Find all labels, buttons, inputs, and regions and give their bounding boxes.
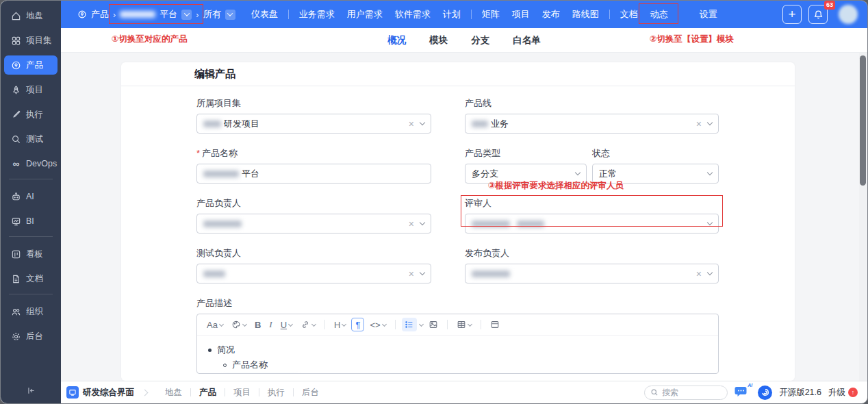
qa-select[interactable]: × bbox=[196, 264, 431, 283]
sidebar-item-devops[interactable]: ∞ DevOps bbox=[4, 154, 58, 173]
table-button[interactable] bbox=[454, 318, 474, 331]
sidebar-item-kanban[interactable]: 看板 bbox=[4, 244, 58, 264]
sidebar-item-product[interactable]: 产品 bbox=[4, 55, 58, 75]
layout-button[interactable] bbox=[487, 318, 502, 331]
paragraph-button[interactable]: ¶ bbox=[351, 318, 364, 331]
menu-divider bbox=[471, 10, 472, 19]
menu-software-req[interactable]: 软件需求 bbox=[389, 8, 437, 21]
product-switch-dropdown[interactable] bbox=[181, 10, 192, 20]
sidebar-item-label: 组织 bbox=[26, 306, 43, 318]
footer-item-product[interactable]: 产品 bbox=[191, 387, 225, 399]
menu-matrix[interactable]: 矩阵 bbox=[476, 8, 506, 21]
menu-plan[interactable]: 计划 bbox=[437, 8, 467, 21]
footer-item-project[interactable]: 项目 bbox=[225, 387, 259, 399]
chevron-down-icon bbox=[575, 170, 580, 175]
type-select[interactable]: 多分支 bbox=[465, 164, 587, 184]
clear-icon[interactable]: × bbox=[696, 269, 702, 279]
menu-release[interactable]: 发布 bbox=[536, 8, 566, 21]
menu-business-req[interactable]: 业务需求 bbox=[293, 8, 341, 21]
field-label: 状态 bbox=[592, 147, 719, 158]
tab-module[interactable]: 模块 bbox=[429, 34, 448, 47]
chevron-down-icon[interactable] bbox=[419, 321, 424, 326]
list-button[interactable] bbox=[402, 318, 417, 331]
name-input[interactable]: 平台 bbox=[196, 164, 431, 184]
tab-overview[interactable]: 概况 bbox=[387, 34, 406, 47]
field-label: 评审人 bbox=[465, 197, 719, 208]
user-avatar[interactable] bbox=[839, 5, 858, 24]
clear-icon[interactable]: × bbox=[409, 269, 414, 279]
ai-assistant-button[interactable]: AI bbox=[735, 386, 751, 399]
link-button[interactable] bbox=[298, 318, 318, 331]
owner-select[interactable]: × bbox=[196, 214, 431, 233]
chevron-down-icon bbox=[707, 270, 713, 275]
name-value: 平台 bbox=[242, 168, 259, 180]
breadcrumb-scope[interactable]: 所有 bbox=[203, 8, 221, 21]
line-select[interactable]: 业务 × bbox=[465, 114, 719, 134]
status-select[interactable]: 正常 bbox=[592, 164, 719, 184]
clear-icon[interactable]: × bbox=[409, 119, 414, 129]
search-input[interactable] bbox=[662, 388, 710, 397]
upgrade-link[interactable]: 升级 ↑ bbox=[828, 387, 858, 399]
breadcrumb-section[interactable]: 产品 bbox=[91, 8, 109, 21]
footer-item-admin[interactable]: 后台 bbox=[294, 387, 327, 399]
chevron-down-icon bbox=[288, 321, 293, 326]
redacted-text bbox=[203, 220, 242, 227]
footer-item-dashboard[interactable]: 地盘 bbox=[157, 387, 190, 399]
sidebar-item-execution[interactable]: 执行 bbox=[4, 105, 58, 124]
font-button[interactable]: Aa bbox=[204, 318, 226, 331]
menu-user-req[interactable]: 用户需求 bbox=[341, 8, 389, 21]
sidebar-item-dashboard[interactable]: 地盘 bbox=[4, 6, 58, 25]
sidebar-collapse-button[interactable] bbox=[1, 383, 61, 398]
kanban-icon bbox=[11, 249, 21, 260]
clear-icon[interactable]: × bbox=[696, 119, 702, 129]
notification-button[interactable]: 63 bbox=[808, 5, 828, 24]
chevron-down-icon bbox=[707, 170, 713, 175]
sidebar-item-project[interactable]: 项目 bbox=[4, 80, 58, 99]
search-box[interactable] bbox=[644, 386, 728, 400]
people-icon bbox=[11, 307, 21, 317]
release-select[interactable]: × bbox=[465, 264, 719, 283]
color-button[interactable] bbox=[229, 318, 249, 331]
reviewer-select[interactable] bbox=[465, 214, 719, 233]
menu-settings[interactable]: 设置 bbox=[693, 8, 724, 21]
field-release: 发布负责人 × bbox=[465, 247, 719, 283]
add-button[interactable]: + bbox=[782, 5, 802, 24]
scrollbar-thumb[interactable] bbox=[860, 55, 866, 186]
underline-button[interactable]: U bbox=[278, 318, 295, 331]
breadcrumb-product[interactable]: 平台 bbox=[159, 8, 177, 21]
redacted-text bbox=[203, 270, 225, 277]
bold-button[interactable]: B bbox=[252, 318, 264, 331]
sidebar-item-org[interactable]: 组织 bbox=[4, 302, 58, 321]
clear-icon[interactable]: × bbox=[409, 219, 414, 229]
redacted-text bbox=[517, 220, 544, 227]
tab-whitelist[interactable]: 白名单 bbox=[513, 34, 541, 47]
sidebar-item-bi[interactable]: BI bbox=[4, 212, 58, 231]
zentao-logo-icon[interactable] bbox=[758, 386, 772, 400]
editor-body[interactable]: 简况 产品名称 bbox=[197, 336, 718, 374]
image-icon bbox=[429, 320, 438, 329]
description-editor[interactable]: Aa B I U H ¶ <> bbox=[196, 314, 719, 374]
vertical-scrollbar[interactable] bbox=[859, 53, 867, 381]
sidebar-item-ai[interactable]: AI bbox=[4, 187, 58, 206]
sidebar-item-doc[interactable]: 文档 bbox=[4, 269, 58, 288]
footer-item-execution[interactable]: 执行 bbox=[259, 387, 293, 399]
image-button[interactable] bbox=[426, 318, 441, 331]
search-icon bbox=[650, 388, 659, 396]
tab-branch[interactable]: 分支 bbox=[471, 34, 489, 47]
code-button[interactable]: <> bbox=[367, 318, 388, 331]
italic-button[interactable]: I bbox=[266, 318, 275, 331]
heading-button[interactable]: H bbox=[331, 318, 348, 331]
sidebar-item-program[interactable]: 项目集 bbox=[4, 31, 58, 50]
sidebar-item-admin[interactable]: 后台 bbox=[4, 327, 58, 346]
chevron-down-icon bbox=[219, 321, 224, 326]
menu-dynamic[interactable]: 动态 bbox=[644, 8, 674, 21]
menu-roadmap[interactable]: 路线图 bbox=[566, 8, 605, 21]
menu-project[interactable]: 项目 bbox=[506, 8, 536, 21]
workspace-label[interactable]: 研发综合界面 bbox=[83, 387, 134, 399]
menu-dashboard[interactable]: 仪表盘 bbox=[245, 8, 284, 21]
program-select[interactable]: 研发项目 × bbox=[196, 114, 431, 134]
sidebar-item-qa[interactable]: 测试 bbox=[4, 129, 58, 149]
scope-dropdown[interactable] bbox=[225, 10, 235, 20]
menu-doc[interactable]: 文档 bbox=[614, 8, 644, 21]
footer-right: AI 开源版21.6 升级 ↑ bbox=[644, 386, 858, 400]
